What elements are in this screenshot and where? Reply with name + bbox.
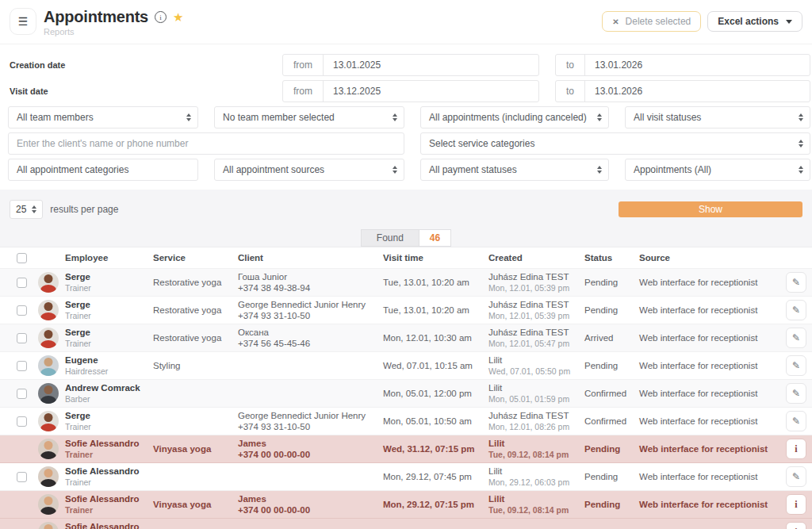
visit-date-from-value: 13.12.2025 (324, 86, 390, 97)
table-row: Serge Trainer Restorative yoga Гоша Juni… (0, 269, 812, 297)
select-all-checkbox[interactable] (17, 253, 27, 263)
info-button[interactable]: i (786, 439, 806, 459)
appointment-sources-select[interactable]: All appointment sources (214, 159, 404, 181)
created-by: Lilit (488, 355, 584, 366)
employee-role: Trainer (65, 422, 153, 432)
visit-statuses-value: All visit statuses (634, 112, 701, 123)
status-badge: Pending (584, 471, 639, 482)
created-at: Mon, 29.12, 06:03 pm (488, 477, 584, 488)
excel-actions-button[interactable]: Excel actions (707, 11, 802, 32)
per-page-select[interactable]: 25 (10, 200, 43, 219)
show-button[interactable]: Show (619, 201, 802, 217)
client-name: Оксана (238, 327, 383, 338)
status-badge: Pending (584, 499, 639, 510)
edit-button[interactable]: ✎ (786, 272, 806, 293)
updown-arrows-icon (799, 166, 803, 174)
client-phone: +374 93 31-10-50 (238, 421, 383, 432)
creation-date-from-value: 13.01.2025 (324, 59, 390, 71)
appointments-filter-value: All appointments (including canceled) (429, 112, 587, 123)
table-row: Serge Trainer George Bennedict Junior He… (0, 408, 812, 435)
visit-date-to-input[interactable]: to 13.01.2026 (555, 80, 810, 102)
created-at: Wed, 07.01, 05:50 pm (488, 366, 584, 377)
info-icon[interactable]: i (155, 11, 167, 23)
table-row: Eugene Hairdresser Styling Wed, 07.01, 1… (0, 352, 812, 380)
created-by: Juhász Edina TEST (488, 271, 584, 282)
creation-date-to-input[interactable]: to 13.01.2026 (555, 54, 810, 76)
app-header: ☰ Appointments i ★ Reports ✕ Delete sele… (0, 0, 812, 44)
col-client: Client (238, 253, 383, 263)
col-source: Source (639, 253, 780, 263)
info-button[interactable]: i (786, 494, 806, 515)
team-members-select[interactable]: All team members (8, 106, 198, 128)
created-by: Lilit (488, 466, 584, 477)
visit-date-label: Visit date (0, 86, 282, 96)
updown-arrows-icon (597, 166, 602, 174)
visit-time: Tue, 13.01, 10:20 am (383, 305, 488, 316)
client-search-input[interactable] (8, 132, 404, 155)
created-at: Mon, 12.01, 05:47 pm (488, 339, 584, 349)
source-text: Web interface for receptionist (639, 332, 776, 343)
client-phone: +374 56 45-45-46 (238, 338, 383, 349)
status-badge: Arrived (584, 332, 639, 343)
col-employee: Employee (65, 253, 153, 263)
delete-selected-button[interactable]: ✕ Delete selected (602, 11, 701, 32)
service-categories-value: Select service categories (429, 138, 534, 149)
employee-role: Trainer (65, 339, 153, 349)
service-name: Restorative yoga (153, 305, 238, 316)
table-row: Sofie Alessandro Trainer Vinyasa yoga Ja… (0, 491, 812, 519)
edit-button[interactable]: ✎ (786, 355, 806, 376)
appointments-filter-select[interactable]: All appointments (including canceled) (420, 106, 609, 128)
creation-date-label: Creation date (0, 60, 282, 70)
created-at: Mon, 12.01, 05:39 pm (488, 311, 584, 321)
menu-button[interactable]: ☰ (10, 8, 36, 35)
row-checkbox[interactable] (17, 389, 27, 399)
updown-arrows-icon (393, 113, 397, 121)
row-checkbox[interactable] (17, 278, 27, 288)
visit-date-from-input[interactable]: from 13.12.2025 (282, 80, 539, 102)
row-checkbox[interactable] (17, 416, 27, 427)
created-at: Mon, 05.01, 01:59 pm (488, 394, 584, 404)
edit-button[interactable]: ✎ (786, 466, 806, 487)
table-row: Sofie Alessandro Trainer Vinyasa yoga Ja… (0, 519, 812, 529)
row-checkbox[interactable] (17, 305, 27, 316)
row-checkbox[interactable] (17, 333, 27, 343)
per-page-suffix: results per page (50, 204, 118, 215)
visit-time: Mon, 12.01, 10:30 am (383, 332, 488, 343)
edit-button[interactable]: ✎ (786, 411, 806, 431)
source-text: Web interface for receptionist (639, 443, 776, 454)
visit-statuses-select[interactable]: All visit statuses (625, 106, 810, 128)
service-categories-select[interactable]: Select service categories (420, 132, 810, 155)
employee-role: Trainer (65, 450, 153, 460)
avatar (38, 355, 59, 376)
appointment-categories-select[interactable]: All appointment categories (8, 159, 198, 181)
table-body: Serge Trainer Restorative yoga Гоша Juni… (0, 269, 812, 529)
created-by: Lilit (488, 493, 584, 504)
employee-name: Sofie Alessandro (65, 493, 153, 504)
edit-button[interactable]: ✎ (786, 328, 806, 348)
found-tab[interactable]: Found (361, 229, 419, 247)
to-prefix: to (556, 55, 585, 75)
employee-role: Trainer (65, 505, 153, 516)
found-count-badge[interactable]: 46 (419, 229, 451, 247)
no-team-member-value: No team member selected (223, 112, 335, 123)
chevron-down-icon (786, 20, 792, 24)
row-checkbox[interactable] (17, 361, 27, 371)
status-badge: Confirmed (584, 416, 639, 427)
info-button[interactable]: i (786, 522, 806, 529)
created-by: Lilit (488, 438, 584, 449)
employee-name: Serge (65, 410, 153, 421)
avatar (38, 272, 59, 293)
no-team-member-select[interactable]: No team member selected (214, 106, 404, 128)
edit-button[interactable]: ✎ (786, 383, 806, 404)
per-page-value: 25 (16, 204, 26, 215)
favorite-star-icon[interactable]: ★ (173, 10, 183, 25)
payment-statuses-select[interactable]: All payment statuses (420, 159, 609, 181)
created-at: Mon, 12.01, 08:26 pm (488, 422, 584, 432)
edit-button[interactable]: ✎ (786, 300, 806, 320)
row-checkbox[interactable] (17, 472, 27, 482)
page-title: Appointments (44, 8, 148, 26)
appointments-all-select[interactable]: Appointments (All) (625, 159, 810, 181)
creation-date-from-input[interactable]: from 13.01.2025 (282, 54, 539, 76)
employee-name: Andrew Comrack (65, 382, 153, 393)
client-name: James (238, 438, 383, 449)
